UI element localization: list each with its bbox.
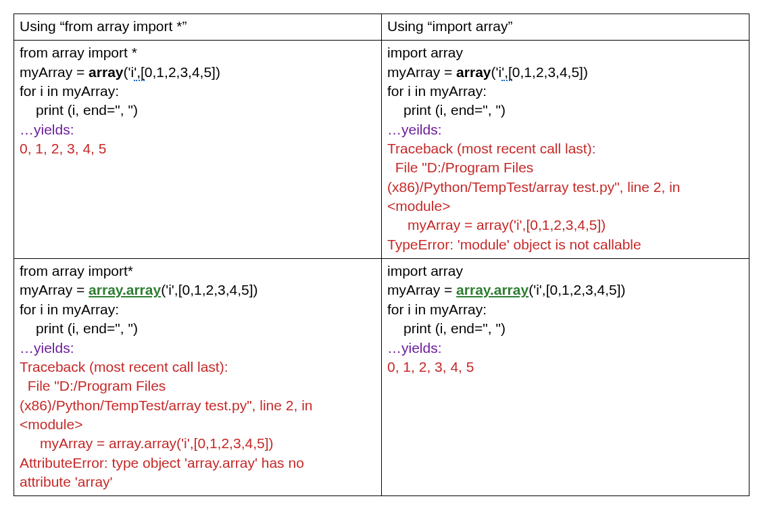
code-frag: myArray = xyxy=(20,282,89,297)
cell-bottom-left: from array import* myArray = array.array… xyxy=(14,259,382,496)
code-frag: myArray = xyxy=(20,64,89,80)
header-right-text: Using “import array” xyxy=(387,17,743,36)
error-frag: File "D:/Program Files xyxy=(395,160,534,175)
error-line: (x86)/Python/TempTest/array test.py", li… xyxy=(387,178,743,197)
yields-label: …yields: xyxy=(20,339,376,358)
code-line: myArray = array.array('i',[0,1,2,3,4,5]) xyxy=(20,281,376,299)
cell-bottom-right: import array myArray = array.array('i',[… xyxy=(382,259,749,496)
code-line: print (i, end=", ") xyxy=(20,101,376,120)
spellcheck-underline: ',[ xyxy=(501,64,512,81)
code-bold: array xyxy=(456,64,491,80)
error-line: File "D:/Program Files xyxy=(20,377,376,395)
code-line: myArray = array('i',[0,1,2,3,4,5]) xyxy=(387,63,743,82)
code-line: from array import * xyxy=(20,43,376,62)
code-error-link: array.array xyxy=(456,282,528,297)
code-frag: ('i xyxy=(491,64,502,80)
output-line: 0, 1, 2, 3, 4, 5 xyxy=(387,358,743,377)
yields-label: …yields: xyxy=(20,120,376,139)
code-frag: myArray = xyxy=(387,282,456,297)
code-bold: array xyxy=(89,64,123,80)
header-right: Using “import array” xyxy=(382,14,749,41)
code-error-link: array.array xyxy=(89,282,161,297)
comparison-table: Using “from array import *” Using “impor… xyxy=(14,14,749,496)
code-line: print (i, end=", ") xyxy=(20,319,376,338)
error-line: Traceback (most recent call last): xyxy=(20,358,376,377)
header-left: Using “from array import *” xyxy=(14,14,382,41)
code-line: print (i, end=", ") xyxy=(387,101,743,120)
code-line: myArray = array('i',[0,1,2,3,4,5]) xyxy=(20,63,376,82)
code-line: myArray = array.array('i',[0,1,2,3,4,5]) xyxy=(387,281,743,299)
cell-top-left: from array import * myArray = array('i',… xyxy=(14,41,382,259)
error-line: AttributeError: type object 'array.array… xyxy=(20,454,376,473)
error-line: TypeError: 'module' object is not callab… xyxy=(387,235,743,254)
header-left-text: Using “from array import *” xyxy=(20,17,376,36)
code-frag: ('i',[0,1,2,3,4,5]) xyxy=(528,282,625,297)
output-line: 0, 1, 2, 3, 4, 5 xyxy=(20,139,376,158)
code-frag: ('i xyxy=(124,64,134,80)
code-line: for i in myArray: xyxy=(387,300,743,319)
code-line: print (i, end=", ") xyxy=(387,319,743,338)
code-frag: 0,1,2,3,4,5]) xyxy=(512,64,588,80)
code-line: import array xyxy=(387,43,743,62)
error-line: myArray = array('i',[0,1,2,3,4,5]) xyxy=(387,216,743,235)
error-line: attribute 'array' xyxy=(20,473,376,491)
code-line: for i in myArray: xyxy=(20,300,376,319)
error-line: myArray = array.array('i',[0,1,2,3,4,5]) xyxy=(20,434,376,453)
code-line: for i in myArray: xyxy=(387,82,743,101)
yields-label: …yields: xyxy=(387,339,743,358)
code-line: for i in myArray: xyxy=(20,82,376,101)
code-line: import array xyxy=(387,262,743,281)
code-line: from array import* xyxy=(20,262,376,281)
code-frag: myArray = xyxy=(387,64,456,80)
code-frag: ('i',[0,1,2,3,4,5]) xyxy=(161,282,257,297)
spellcheck-underline: ',[ xyxy=(134,64,145,81)
code-frag: 0,1,2,3,4,5]) xyxy=(145,64,220,80)
error-frag: File "D:/Program Files xyxy=(28,378,166,393)
cell-top-right: import array myArray = array('i',[0,1,2,… xyxy=(382,41,749,259)
error-line: Traceback (most recent call last): xyxy=(387,139,743,158)
error-line: File "D:/Program Files xyxy=(387,158,743,177)
yields-label: …yeilds: xyxy=(387,120,743,139)
error-line: <module> xyxy=(20,415,376,434)
error-line: <module> xyxy=(387,197,743,216)
error-line: (x86)/Python/TempTest/array test.py", li… xyxy=(20,396,376,415)
